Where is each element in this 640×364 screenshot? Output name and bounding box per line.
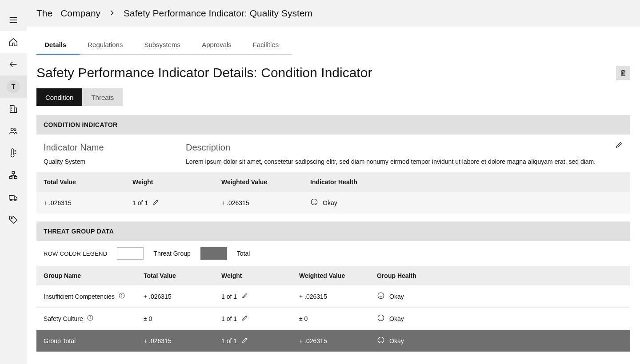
page-title: Safety Performance Indicator Details: Co… [36,65,372,80]
sidebar: T [0,0,27,364]
indicator-name-value: Quality System [44,158,186,165]
info-button[interactable] [118,292,125,301]
col-tg-total-value: Total Value [144,272,221,279]
sidebar-item-people[interactable] [0,120,27,142]
people-icon [8,126,18,136]
avatar: T [7,80,20,93]
legend-total-text: Total [237,250,250,257]
sidebar-item-truck[interactable] [0,186,27,209]
segment-condition[interactable]: Condition [36,88,82,106]
group-total-total-value: + .026315 [144,337,221,344]
face-neutral-icon [377,314,385,323]
indicator-health-value: Okay [323,199,337,206]
legend-swatch-threat [117,247,144,260]
description-label: Description [186,142,623,153]
condition-panel: CONDITION INDICATOR Indicator Name Quali… [36,115,630,214]
back-button[interactable] [0,53,27,75]
tab-approvals[interactable]: Approvals [194,36,245,55]
col-weighted-value: Weighted Value [221,178,310,186]
sidebar-item-tag[interactable] [0,209,27,231]
tab-regulations[interactable]: Regulations [80,36,136,55]
condition-panel-header: CONDITION INDICATOR [36,115,630,135]
sidebar-item-org[interactable] [0,164,27,186]
tg-weighted-value-cell: + .026315 [299,293,377,300]
group-name-cell: Safety Culture [44,315,83,322]
col-weight: Weight [132,178,221,186]
tab-details[interactable]: Details [36,36,80,55]
truck-icon [8,193,18,202]
col-indicator-health: Indicator Health [310,178,623,186]
col-total-value: Total Value [44,178,132,186]
sidebar-item-building[interactable] [0,98,27,120]
legend-label: ROW COLOR LEGEND [44,250,107,257]
face-neutral-icon [310,198,318,207]
legend-threat-text: Threat Group [153,250,190,257]
group-total-health: Okay [389,337,404,344]
tg-total-value-cell: ± 0 [144,315,221,322]
group-total-name: Group Total [44,337,76,344]
breadcrumb-current: Safety Performance Indicator: Quality Sy… [124,8,312,19]
edit-weight-button[interactable] [241,292,248,301]
group-total-weighted-value: + .026315 [299,337,377,344]
weight-cell: 1 of 1 [132,199,148,206]
total-value-cell: + .026315 [44,199,132,206]
edit-weight-button[interactable] [241,336,248,345]
tg-weight-cell: 1 of 1 [221,293,237,300]
avatar-button[interactable]: T [0,75,27,98]
group-name-cell: Insufficient Competencies [44,293,115,300]
info-icon [87,314,94,321]
col-group-health: Group Health [377,272,623,279]
info-icon [118,292,125,299]
chevron-right-icon [108,8,116,19]
trash-icon [620,69,627,76]
tab-subsystems[interactable]: Subsystems [136,36,194,55]
weighted-value-cell: + .026315 [221,199,310,206]
col-tg-weight: Weight [221,272,299,279]
breadcrumb-root[interactable]: The [36,8,52,19]
tg-total-value-cell: + .026315 [144,293,221,300]
tab-facilities[interactable]: Facilities [245,36,292,55]
sidebar-item-thermometer[interactable] [0,142,27,164]
segmented-control: Condition Threats [36,88,630,106]
pencil-icon [152,198,160,206]
pencil-icon [615,141,623,149]
thermometer-icon [8,148,18,158]
face-neutral-icon [377,336,385,345]
breadcrumb: The Company Safety Performance Indicator… [27,0,640,27]
menu-icon [8,15,18,25]
table-row: Safety Culture ± 0 1 of 1 ± 0 Okay [36,308,630,330]
tag-icon [8,215,18,225]
group-health-value: Okay [389,293,404,300]
edit-weight-button[interactable] [152,198,160,207]
col-tg-weighted-value: Weighted Value [299,272,377,279]
legend-swatch-total [200,247,227,260]
home-button[interactable] [0,31,27,53]
description-value: Lorem ipsum dolor sit amet, consetetur s… [186,158,623,165]
face-neutral-icon [377,292,385,301]
pencil-icon [241,336,248,344]
building-icon [8,104,18,114]
threat-group-panel: THREAT GROUP DATA ROW COLOR LEGEND Threa… [36,222,630,352]
pencil-icon [241,314,248,321]
tg-weight-cell: 1 of 1 [221,315,237,322]
indicator-name-label: Indicator Name [44,142,186,153]
group-total-weight: 1 of 1 [221,337,237,344]
threat-panel-header: THREAT GROUP DATA [36,222,630,241]
delete-button[interactable] [616,66,630,80]
arrow-left-icon [8,59,18,69]
org-chart-icon [8,170,18,180]
table-row-total: Group Total + .026315 1 of 1 + .026315 O… [36,330,630,352]
tabs: Details Regulations Subsystems Approvals… [27,27,640,55]
edit-indicator-button[interactable] [615,141,623,150]
segment-threats[interactable]: Threats [82,88,123,106]
menu-button[interactable] [0,9,27,31]
info-button[interactable] [87,314,94,323]
breadcrumb-company[interactable]: Company [60,8,100,19]
home-icon [8,37,18,47]
table-row: Insufficient Competencies + .026315 1 of… [36,285,630,308]
edit-weight-button[interactable] [241,314,248,323]
pencil-icon [241,292,248,299]
col-group-name: Group Name [44,272,144,279]
tg-weighted-value-cell: ± 0 [299,315,377,322]
group-health-value: Okay [389,315,404,322]
